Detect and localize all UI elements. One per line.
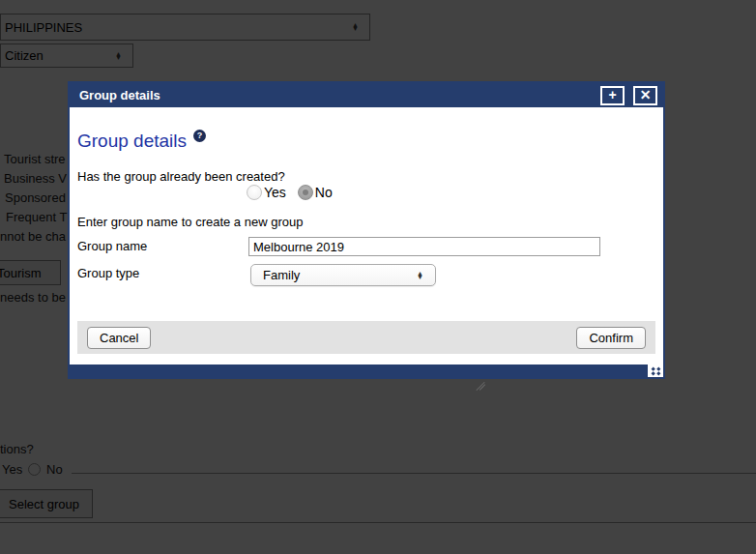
close-icon[interactable]: ✕ xyxy=(633,86,657,105)
group-type-value: Family xyxy=(263,268,300,282)
help-icon[interactable]: ? xyxy=(193,130,206,142)
dialog-heading: Group details xyxy=(77,131,187,152)
no-radio[interactable] xyxy=(298,185,313,200)
confirm-button[interactable]: Confirm xyxy=(576,327,646,349)
dialog-title: Group details xyxy=(79,88,160,102)
resize-diamonds-icon[interactable] xyxy=(648,364,663,377)
cancel-button[interactable]: Cancel xyxy=(87,327,151,349)
no-radio-label: No xyxy=(315,185,333,200)
dialog-titlebar[interactable]: Group details + ✕ xyxy=(70,83,663,107)
stepper-icon: ▲▼ xyxy=(414,272,426,279)
add-icon[interactable]: + xyxy=(600,86,625,105)
resize-grip-icon[interactable] xyxy=(473,381,486,392)
yes-radio[interactable] xyxy=(247,185,262,200)
group-type-label: Group type xyxy=(77,266,139,280)
enter-group-name-instruction: Enter group name to create a new group xyxy=(77,215,303,229)
group-name-label: Group name xyxy=(77,239,147,253)
group-name-input[interactable] xyxy=(248,237,600,256)
group-created-question: Has the group already been created? xyxy=(77,169,285,184)
dialog-bottom-bar xyxy=(70,364,663,377)
dialog-body: Group details ? Has the group already be… xyxy=(70,107,663,362)
group-created-radio-group: Yes No xyxy=(247,185,344,200)
dialog-footer: Cancel Confirm xyxy=(77,321,655,354)
yes-radio-label: Yes xyxy=(264,185,286,200)
group-details-dialog: Group details + ✕ Group details ? Has th… xyxy=(68,81,665,379)
group-type-select[interactable]: Family ▲▼ xyxy=(250,264,436,286)
